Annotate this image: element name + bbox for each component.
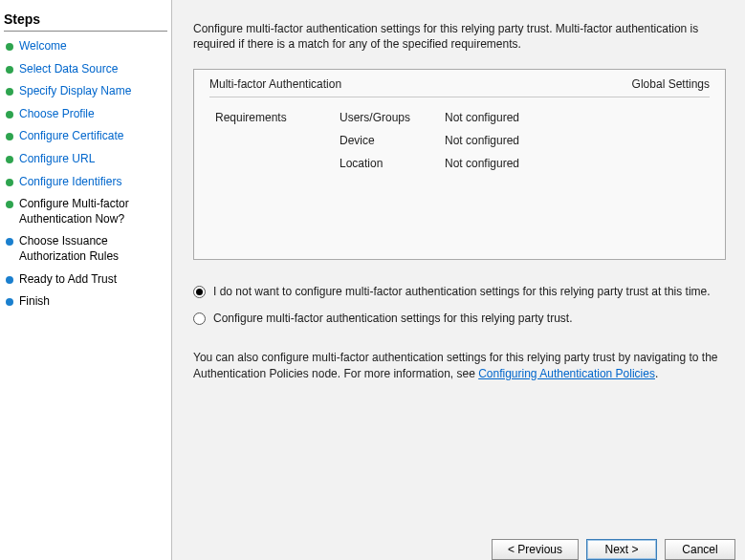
step-bullet-icon	[6, 201, 13, 208]
radio-label: I do not want to configure multi-factor …	[213, 285, 711, 298]
next-button[interactable]: Next >	[586, 539, 657, 560]
step-label: Configure Certificate	[19, 129, 123, 144]
step-label: Configure URL	[19, 152, 95, 167]
step-label: Configure Identifiers	[19, 175, 121, 190]
step-label: Specify Display Name	[19, 84, 131, 99]
req-row-value: Not configured	[445, 111, 588, 124]
radio-icon	[193, 286, 206, 298]
requirements-col-header: Requirements	[215, 111, 340, 124]
step-item-10[interactable]: Finish	[4, 291, 167, 313]
step-label: Ready to Add Trust	[19, 272, 117, 288]
wizard-content-panel: Configure multi-factor authentication se…	[172, 0, 745, 560]
req-row-spacer	[215, 134, 340, 147]
req-row-spacer	[215, 157, 340, 170]
step-bullet-icon	[6, 133, 13, 140]
step-item-4[interactable]: Configure Certificate	[4, 125, 167, 148]
step-label: Choose Profile	[19, 107, 95, 122]
step-label: Welcome	[19, 39, 67, 54]
footnote-text: You can also configure multi-factor auth…	[193, 350, 726, 380]
step-bullet-icon	[6, 88, 13, 96]
step-label: Configure Multi-factor Authentication No…	[19, 197, 165, 226]
step-label: Finish	[19, 294, 50, 310]
req-row-label: Location	[340, 157, 445, 170]
mfa-box-title: Multi-factor Authentication	[209, 77, 341, 91]
radio-configure-now[interactable]: Configure multi-factor authentication se…	[193, 312, 726, 325]
mfa-box-global-link[interactable]: Global Settings	[632, 77, 710, 91]
step-item-7[interactable]: Configure Multi-factor Authentication No…	[4, 193, 167, 230]
configuring-auth-policies-link[interactable]: Configuring Authentication Policies	[478, 367, 655, 380]
step-bullet-icon	[6, 156, 13, 163]
previous-button[interactable]: < Previous	[492, 539, 579, 560]
req-row-label: Users/Groups	[340, 111, 445, 124]
step-item-3[interactable]: Choose Profile	[4, 103, 167, 126]
mfa-settings-box: Multi-factor Authentication Global Setti…	[193, 69, 726, 260]
step-item-9[interactable]: Ready to Add Trust	[4, 269, 167, 291]
step-item-1[interactable]: Select Data Source	[4, 58, 167, 81]
step-item-2[interactable]: Specify Display Name	[4, 80, 167, 103]
step-item-8[interactable]: Choose Issuance Authorization Rules	[4, 230, 167, 268]
step-item-0[interactable]: Welcome	[4, 35, 167, 58]
step-item-6[interactable]: Configure Identifiers	[4, 171, 167, 194]
intro-text: Configure multi-factor authentication se…	[193, 21, 726, 52]
req-row-value: Not configured	[445, 157, 588, 170]
step-item-5[interactable]: Configure URL	[4, 148, 167, 171]
step-label: Choose Issuance Authorization Rules	[19, 234, 165, 264]
step-bullet-icon	[6, 298, 13, 306]
step-label: Select Data Source	[19, 62, 118, 77]
radio-do-not-configure[interactable]: I do not want to configure multi-factor …	[193, 285, 726, 298]
sidebar-title: Steps	[4, 8, 167, 32]
step-bullet-icon	[6, 179, 13, 186]
radio-label: Configure multi-factor authentication se…	[213, 312, 573, 325]
req-row-label: Device	[340, 134, 445, 147]
step-bullet-icon	[6, 66, 13, 74]
radio-icon	[193, 312, 206, 325]
step-bullet-icon	[6, 43, 13, 51]
step-bullet-icon	[6, 276, 13, 284]
step-bullet-icon	[6, 238, 13, 246]
req-row-value: Not configured	[445, 134, 588, 147]
step-bullet-icon	[6, 111, 13, 118]
wizard-steps-sidebar: Steps WelcomeSelect Data SourceSpecify D…	[0, 0, 172, 560]
cancel-button[interactable]: Cancel	[665, 539, 735, 560]
wizard-button-bar: < Previous Next > Cancel	[492, 533, 735, 560]
